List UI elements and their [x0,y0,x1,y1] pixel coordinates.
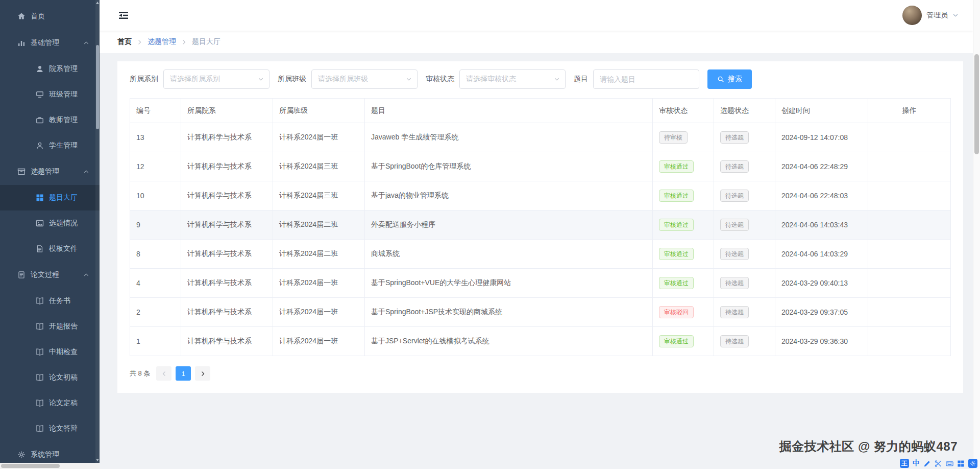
sidebar-item-department-mgmt[interactable]: 院系管理 [0,56,100,82]
scrollbar-thumb[interactable] [96,45,99,129]
cell-id: 12 [130,152,181,181]
sidebar-collapse-icon[interactable] [117,9,130,21]
pen-icon[interactable] [923,460,931,467]
column-header-topic: 题目 [365,99,653,123]
ime-logo-icon[interactable]: 王 [900,459,909,468]
column-header-class: 所属班级 [273,99,365,123]
cell-created: 2024-03-29 09:40:13 [775,269,868,298]
sidebar-item-proposal-report[interactable]: 开题报告 [0,314,100,339]
sidebar-item-thesis-draft[interactable]: 论文初稿 [0,365,100,390]
sidebar-item-label: 开题报告 [49,322,78,331]
review-status-select[interactable]: 请选择审核状态 [459,69,566,89]
book-icon [36,348,44,356]
table-row[interactable]: 13 计算机科学与技术系 计科系2024届一班 Javaweb 学生成绩管理系统… [130,123,951,152]
selection-status-badge: 待选题 [720,248,749,260]
book-icon [36,373,44,382]
sidebar-item-thesis-defense[interactable]: 论文答辩 [0,416,100,441]
search-button-label: 搜索 [728,75,742,84]
scissors-icon[interactable] [935,460,942,467]
column-header-department: 所属院系 [181,99,273,123]
cell-department: 计算机科学与技术系 [181,269,273,298]
sidebar-group-topic-mgmt[interactable]: 选题管理 [0,158,100,185]
book-icon [36,399,44,407]
sidebar-group-label: 系统管理 [31,450,59,459]
selection-status-badge: 待选题 [720,335,749,347]
scrollbar-thumb[interactable] [974,54,979,154]
sidebar-item-label: 学生管理 [49,141,78,150]
file-icon [36,245,44,253]
cell-class: 计科系2024届一班 [273,269,365,298]
sidebar-item-task-book[interactable]: 任务书 [0,288,100,314]
scrollbar-arrow-down[interactable] [96,459,99,461]
top-navbar: 管理员 [100,0,973,31]
cell-department: 计算机科学与技术系 [181,152,273,181]
cell-actions [868,327,951,356]
sidebar-item-label: 教师管理 [49,115,78,125]
chevron-up-icon [83,40,89,46]
select-placeholder: 请选择所属系别 [170,75,220,84]
breadcrumb-home[interactable]: 首页 [117,37,132,46]
sidebar: 首页 基础管理 院系管理 班级管理 教师管理 学生管理 选题管理 题目大厅 选题… [0,0,100,469]
cell-actions [868,123,951,152]
watermark-text: 掘金技术社区 @ 努力的蚂蚁487 [779,438,958,455]
cell-id: 4 [130,269,181,298]
table-row[interactable]: 1 计算机科学与技术系 计科系2024届一班 基于JSP+Servlet的在线模… [130,327,951,356]
sidebar-item-dashboard[interactable]: 首页 [0,3,100,30]
user-menu[interactable]: 管理员 [902,6,959,25]
grid-icon[interactable] [957,460,965,467]
sidebar-item-teacher-mgmt[interactable]: 教师管理 [0,107,100,133]
pagination-prev-button[interactable] [156,366,172,381]
cell-created: 2024-09-12 14:07:08 [775,123,868,152]
sidebar-group-thesis-process[interactable]: 论文过程 [0,262,100,288]
table-row[interactable]: 10 计算机科学与技术系 计科系2024届三班 基于java的物业管理系统 审核… [130,181,951,210]
sidebar-item-class-mgmt[interactable]: 班级管理 [0,82,100,107]
sidebar-item-label: 选题情况 [49,219,78,228]
sidebar-item-thesis-final[interactable]: 论文定稿 [0,390,100,416]
review-status-badge: 待审核 [659,131,688,144]
ime-settings-icon[interactable] [968,459,977,468]
briefcase-icon [36,116,44,124]
topic-input[interactable] [593,69,699,89]
ime-chinese-mode-icon[interactable]: 中 [913,459,920,468]
image-icon [36,219,44,227]
search-button[interactable]: 搜索 [707,69,752,89]
pagination-next-button[interactable] [195,366,210,381]
selection-status-badge: 待选题 [720,219,749,231]
sidebar-vertical-scrollbar[interactable] [95,0,100,463]
sidebar-group-base-mgmt[interactable]: 基础管理 [0,30,100,56]
cell-actions [868,181,951,210]
page-vertical-scrollbar[interactable] [973,0,980,469]
filter-label: 审核状态 [426,75,454,84]
table-row[interactable]: 9 计算机科学与技术系 计科系2024届二班 外卖配送服务小程序 审核通过 待选… [130,210,951,240]
column-header-created: 创建时间 [775,99,868,123]
scrollbar-arrow-up[interactable] [96,2,99,4]
selection-status-badge: 待选题 [720,306,749,318]
cell-created: 2024-03-29 09:37:05 [775,298,868,327]
table-row[interactable]: 12 计算机科学与技术系 计科系2024届三班 基于SpringBoot的仓库管… [130,152,951,181]
pagination-page-1[interactable]: 1 [176,366,191,381]
sidebar-item-template-files[interactable]: 模板文件 [0,236,100,262]
department-select[interactable]: 请选择所属系别 [163,69,270,89]
cell-created: 2024-03-29 09:36:30 [775,327,868,356]
user-icon [36,65,44,73]
keyboard-icon[interactable] [946,460,953,467]
username: 管理员 [926,11,948,20]
table-row[interactable]: 2 计算机科学与技术系 计科系2024届一班 基于SpringBoot+JSP技… [130,298,951,327]
sidebar-item-label: 论文答辩 [49,424,78,433]
scrollbar-thumb[interactable] [1,464,60,468]
cell-class: 计科系2024届一班 [273,327,365,356]
class-select[interactable]: 请选择所属班级 [311,69,418,89]
sidebar-item-topic-hall[interactable]: 题目大厅 [0,185,100,210]
cell-id: 9 [130,210,181,240]
chevron-up-icon [83,272,89,278]
table-row[interactable]: 8 计算机科学与技术系 计科系2024届二班 商城系统 审核通过 待选题 202… [130,240,951,269]
sidebar-item-midterm-check[interactable]: 中期检查 [0,339,100,365]
cell-created: 2024-04-06 22:48:03 [775,181,868,210]
sidebar-item-topic-selection[interactable]: 选题情况 [0,210,100,236]
breadcrumb-topic-mgmt[interactable]: 选题管理 [148,37,176,46]
sidebar-horizontal-scrollbar[interactable] [0,463,100,469]
table-row[interactable]: 4 计算机科学与技术系 计科系2024届一班 基于SpringBoot+VUE的… [130,269,951,298]
chevron-right-icon [136,39,143,45]
avatar[interactable] [902,6,922,25]
sidebar-item-student-mgmt[interactable]: 学生管理 [0,133,100,158]
